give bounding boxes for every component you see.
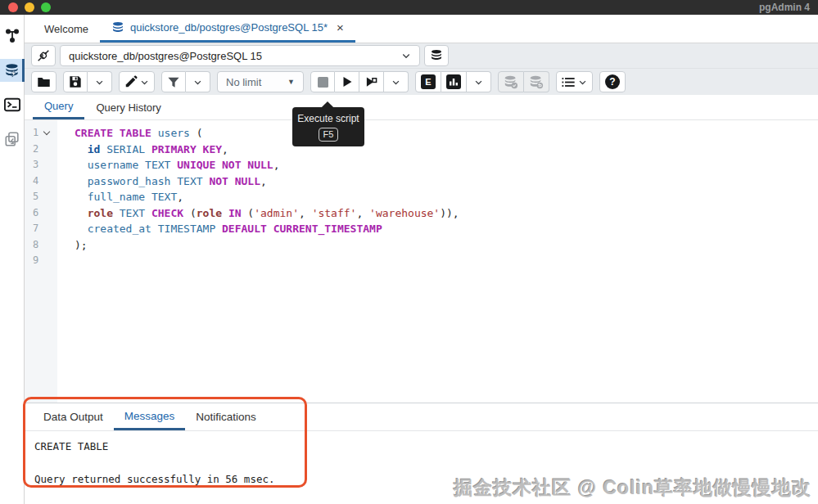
line-number: 7 (25, 221, 57, 237)
chevron-down-icon (391, 78, 400, 87)
line-number: 3 (25, 157, 57, 173)
filter-button[interactable] (161, 71, 186, 92)
code-line: username TEXT UNIQUE NOT NULL, (75, 157, 818, 173)
cancel-query-button[interactable] (310, 71, 335, 92)
tab-notifications[interactable]: Notifications (185, 403, 267, 430)
output-tab-bar: Data Output Messages Notifications (25, 403, 818, 431)
line-number: 2 (25, 142, 57, 158)
query-toolbar: No limit ▼ E (25, 69, 818, 95)
bar-chart-icon (446, 74, 461, 89)
sidebar-item-psql-tool[interactable] (0, 93, 25, 116)
tab-data-output[interactable]: Data Output (33, 403, 114, 430)
question-icon: ? (605, 74, 620, 89)
sidebar-item-object-explorer[interactable] (0, 25, 25, 47)
document-tab-bar: Welcome quickstore_db/postgres@PostgreSQ… (25, 15, 818, 43)
sql-editor[interactable]: 123456789 CREATE TABLE users ( id SERIAL… (25, 120, 818, 403)
sidebar-item-schema-diff[interactable] (0, 128, 25, 151)
tab-query-history-label: Query History (96, 101, 160, 114)
schema-diff-icon (4, 131, 20, 147)
database-check-icon (504, 75, 518, 89)
tab-messages-label: Messages (124, 410, 175, 422)
macros-button[interactable] (556, 71, 593, 92)
query-tab-bar: Query Query History (25, 95, 818, 120)
window-titlebar: pgAdmin 4 (0, 0, 818, 15)
save-icon (69, 75, 82, 88)
chevron-down-icon (401, 51, 411, 61)
execute-script-button[interactable] (335, 71, 359, 92)
play-options-icon (365, 76, 377, 88)
line-number: 6 (25, 205, 57, 222)
funnel-icon (167, 76, 180, 88)
save-button[interactable] (63, 71, 88, 92)
commit-button[interactable] (498, 71, 524, 92)
object-explorer-icon (4, 28, 20, 44)
code-line: id SERIAL PRIMARY KEY, (75, 142, 818, 158)
rollback-button[interactable] (524, 71, 549, 92)
save-menu-button[interactable] (88, 71, 112, 92)
chevron-down-icon (140, 78, 149, 87)
close-icon[interactable]: × (337, 20, 344, 34)
code-line: role TEXT CHECK (role IN ('admin', 'staf… (75, 205, 818, 222)
line-number: 8 (25, 237, 57, 254)
connection-status-button[interactable] (31, 45, 56, 66)
code-area[interactable]: CREATE TABLE users ( id SERIAL PRIMARY K… (57, 120, 818, 403)
database-icon (111, 21, 124, 34)
tooltip-label: Execute script (297, 113, 359, 124)
line-number: 5 (25, 189, 57, 205)
tab-query-tool[interactable]: quickstore_db/postgres@PostgreSQL 15* × (100, 15, 355, 43)
tab-data-output-label: Data Output (43, 411, 103, 423)
window-controls (8, 2, 51, 12)
chevron-down-icon (193, 78, 202, 87)
edit-menu-button[interactable] (119, 71, 155, 92)
explain-analyze-button[interactable] (441, 71, 467, 92)
explain-menu-button[interactable] (467, 71, 491, 92)
connection-select[interactable]: quickstore_db/postgres@PostgreSQL 15 (60, 45, 420, 66)
open-file-button[interactable] (31, 71, 56, 92)
tab-query[interactable]: Query (33, 95, 84, 119)
editor-gutter: 123456789 (25, 120, 57, 403)
tab-query-history[interactable]: Query History (84, 95, 172, 119)
tab-welcome-label: Welcome (44, 23, 88, 35)
filter-menu-button[interactable] (186, 71, 210, 92)
code-line (75, 253, 818, 269)
tab-welcome[interactable]: Welcome (33, 15, 100, 43)
explain-button[interactable]: E (415, 71, 441, 92)
activity-bar (0, 15, 25, 504)
connection-bar: quickstore_db/postgres@PostgreSQL 15 (25, 43, 818, 69)
limit-select[interactable]: No limit ▼ (217, 71, 304, 92)
terminal-icon (4, 97, 20, 112)
window-zoom-button[interactable] (41, 2, 51, 12)
chevron-down-icon (95, 78, 104, 87)
code-line: CREATE TABLE users ( (75, 125, 818, 142)
tab-query-label: Query (44, 100, 73, 112)
tab-notifications-label: Notifications (196, 411, 256, 423)
database-rollback-icon (529, 75, 544, 89)
new-connection-button[interactable] (424, 45, 449, 66)
caret-down-icon: ▼ (287, 78, 295, 86)
message-line: CREATE TABLE (34, 439, 808, 455)
sidebar-item-query-tool[interactable] (0, 59, 25, 82)
execute-query-button[interactable] (359, 71, 384, 92)
query-tool-icon (4, 63, 20, 79)
database-icon (430, 49, 443, 62)
watermark-text: 掘金技术社区 @ Colin草率地做慢慢地改 (454, 475, 811, 501)
line-number: 4 (25, 173, 57, 190)
fold-arrow-icon[interactable] (43, 128, 50, 135)
execute-script-tooltip: Execute script F5 (292, 107, 364, 146)
folder-icon (37, 76, 51, 88)
line-number: 1 (25, 125, 57, 142)
connection-select-value: quickstore_db/postgres@PostgreSQL 15 (69, 50, 262, 62)
code-line: password_hash TEXT NOT NULL, (75, 173, 818, 190)
message-line (34, 455, 808, 471)
f5-keycap: F5 (319, 128, 339, 142)
chevron-down-icon (578, 78, 587, 87)
help-button[interactable]: ? (599, 71, 626, 92)
code-line: created_at TIMESTAMP DEFAULT CURRENT_TIM… (75, 221, 818, 237)
window-minimize-button[interactable] (25, 2, 34, 12)
execute-menu-button[interactable] (384, 71, 409, 92)
pencil-icon (124, 75, 138, 88)
tab-messages[interactable]: Messages (114, 403, 186, 430)
explain-icon: E (421, 74, 436, 89)
numbered-list-icon (562, 76, 576, 88)
window-close-button[interactable] (8, 2, 18, 12)
